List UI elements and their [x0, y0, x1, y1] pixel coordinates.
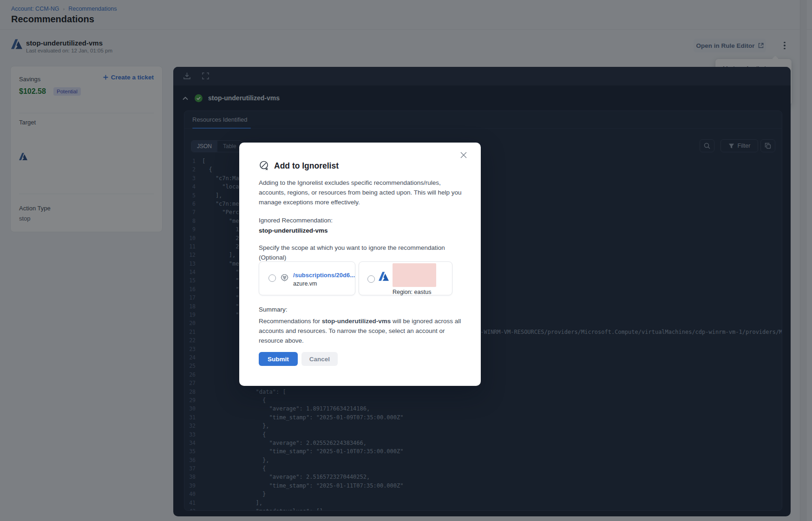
scope-option-subscription[interactable]: /subscriptions/20d6... azure.vm [259, 261, 355, 295]
summary-label: Summary: [259, 306, 288, 313]
subscription-resource-type: azure.vm [293, 280, 355, 287]
scope-option-region[interactable]: Region: eastus [359, 261, 452, 295]
subscription-link[interactable]: /subscriptions/20d6... [293, 272, 355, 279]
subscription-org-icon [280, 272, 289, 283]
add-to-ignorelist-modal: Add to Ignorelist Adding to the Ignoreli… [239, 143, 481, 386]
region-azure-icon [379, 272, 389, 281]
modal-close-button[interactable] [458, 150, 469, 161]
modal-title: Add to Ignorelist [274, 161, 339, 171]
region-thumbnail [393, 263, 436, 287]
region-radio[interactable] [367, 275, 375, 283]
summary-text: Recommendations for stop-underutilized-v… [259, 316, 468, 345]
summary-rule-name: stop-underutilized-vms [322, 318, 391, 325]
ignore-icon [259, 160, 270, 171]
region-label: Region: eastus [393, 289, 436, 295]
ignored-recommendation-label: Ignored Recommendation: [259, 217, 333, 224]
modal-description: Adding to the Ignorelist excludes specif… [259, 178, 463, 207]
close-icon [460, 151, 467, 159]
cancel-button[interactable]: Cancel [301, 352, 338, 366]
subscription-radio[interactable] [268, 274, 276, 282]
scope-label: Specify the scope at which you want to i… [259, 243, 472, 262]
submit-button[interactable]: Submit [259, 352, 298, 366]
ignored-recommendation-value: stop-underutilized-vms [259, 227, 328, 234]
